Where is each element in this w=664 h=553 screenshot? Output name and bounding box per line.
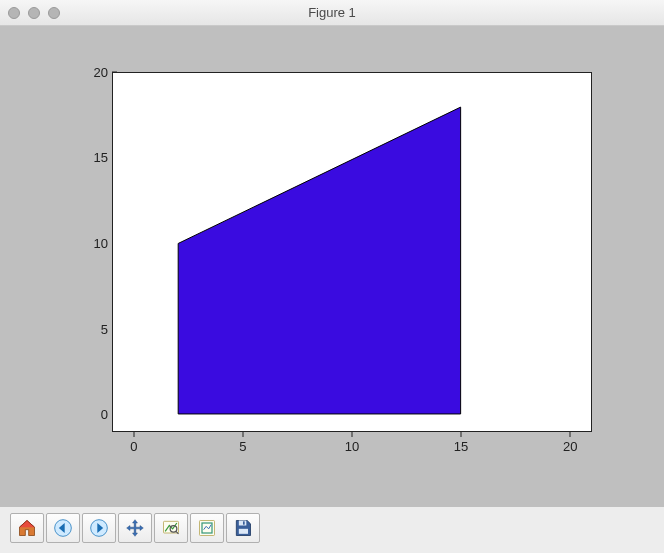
xtick-mark xyxy=(570,432,571,437)
plot-axes[interactable] xyxy=(112,72,592,432)
save-icon xyxy=(233,518,253,538)
xtick-label: 0 xyxy=(119,439,149,454)
zoom-button[interactable] xyxy=(154,513,188,543)
svg-rect-9 xyxy=(243,521,245,524)
svg-rect-10 xyxy=(239,529,248,534)
xtick-label: 20 xyxy=(555,439,585,454)
toolbar xyxy=(8,511,262,545)
ytick-label: 10 xyxy=(52,235,108,250)
minimize-icon[interactable] xyxy=(28,7,40,19)
polygon-chart xyxy=(113,73,591,431)
home-button[interactable] xyxy=(10,513,44,543)
xtick-mark xyxy=(461,432,462,437)
xtick-label: 5 xyxy=(228,439,258,454)
arrow-right-icon xyxy=(89,518,109,538)
svg-marker-0 xyxy=(178,107,460,414)
move-icon xyxy=(125,518,145,538)
plot-wrap: 0 5 10 15 20 0 5 10 15 20 xyxy=(52,57,612,477)
svg-rect-8 xyxy=(239,521,247,526)
zoom-window-icon[interactable] xyxy=(48,7,60,19)
back-button[interactable] xyxy=(46,513,80,543)
ytick-label: 5 xyxy=(52,321,108,336)
xtick-mark xyxy=(133,432,134,437)
window-title: Figure 1 xyxy=(0,5,664,20)
ytick-label: 0 xyxy=(52,407,108,422)
arrow-left-icon xyxy=(53,518,73,538)
subplots-button[interactable] xyxy=(190,513,224,543)
ytick-label: 20 xyxy=(52,64,108,79)
traffic-lights xyxy=(8,7,60,19)
close-icon[interactable] xyxy=(8,7,20,19)
xtick-label: 10 xyxy=(337,439,367,454)
pan-button[interactable] xyxy=(118,513,152,543)
save-button[interactable] xyxy=(226,513,260,543)
ytick-label: 15 xyxy=(52,150,108,165)
subplots-icon xyxy=(197,518,217,538)
zoom-rect-icon xyxy=(161,518,181,538)
home-icon xyxy=(17,518,37,538)
xtick-mark xyxy=(352,432,353,437)
figure-pane: 0 5 10 15 20 0 5 10 15 20 xyxy=(0,26,664,507)
xtick-mark xyxy=(242,432,243,437)
forward-button[interactable] xyxy=(82,513,116,543)
xtick-label: 15 xyxy=(446,439,476,454)
titlebar: Figure 1 xyxy=(0,0,664,26)
